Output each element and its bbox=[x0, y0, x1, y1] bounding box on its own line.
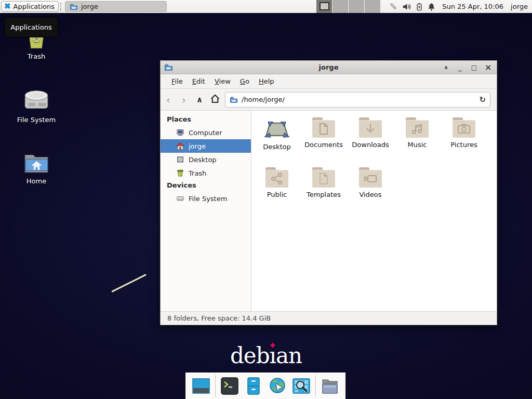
applications-menu-label: Applications bbox=[14, 3, 55, 10]
file-item-desktop[interactable]: Desktop bbox=[254, 115, 300, 165]
applications-tooltip: Applications bbox=[4, 17, 58, 37]
stylus-tool-icon[interactable] bbox=[389, 2, 398, 11]
file-item-label: Templates bbox=[307, 191, 341, 198]
file-item-documents[interactable]: Documents bbox=[300, 115, 347, 165]
close-button[interactable]: × bbox=[485, 61, 491, 74]
folder-icon bbox=[405, 117, 429, 138]
devices-header: Devices bbox=[161, 180, 251, 192]
folder-icon bbox=[358, 167, 382, 188]
folder-launcher[interactable] bbox=[320, 376, 340, 396]
computer-icon bbox=[176, 128, 184, 137]
folder-icon bbox=[321, 377, 339, 395]
folder-icon bbox=[358, 117, 382, 138]
sidebar-item-label: Desktop bbox=[189, 156, 217, 164]
file-cabinet-launcher[interactable] bbox=[244, 376, 263, 396]
stray-line-artifact bbox=[111, 274, 147, 292]
desktop-icon-label: Trash bbox=[28, 52, 45, 60]
location-bar[interactable]: /home/jorge/ ↻ bbox=[225, 92, 490, 108]
home-button[interactable] bbox=[207, 94, 223, 106]
hard-drive-icon bbox=[22, 87, 50, 113]
desktop-icon-label: Home bbox=[26, 177, 46, 185]
status-text: 8 folders, Free space: 14.4 GiB bbox=[167, 314, 271, 322]
desktop-icon-home[interactable]: Home bbox=[8, 150, 65, 185]
panel-handle[interactable] bbox=[60, 3, 63, 11]
panel-username[interactable]: jorge bbox=[511, 3, 528, 10]
dock-separator bbox=[215, 375, 216, 397]
tooltip-text: Applications bbox=[10, 23, 51, 31]
shade-button[interactable]: ∧ bbox=[443, 61, 449, 74]
file-item-public[interactable]: Public bbox=[254, 165, 300, 215]
file-item-music[interactable]: Music bbox=[394, 115, 441, 165]
window-content: Places Computer bbox=[161, 111, 497, 311]
debian-logo: debıan bbox=[0, 343, 532, 368]
statusbar: 8 folders, Free space: 14.4 GiB bbox=[161, 311, 497, 325]
menu-view[interactable]: View bbox=[210, 74, 235, 89]
menu-file[interactable]: File bbox=[167, 74, 188, 89]
battery-icon[interactable] bbox=[415, 2, 423, 11]
forward-button[interactable]: › bbox=[176, 94, 192, 105]
sidebar-item-label: Computer bbox=[189, 129, 222, 137]
folder-icon bbox=[70, 3, 78, 11]
reload-button[interactable]: ↻ bbox=[479, 95, 486, 104]
sidebar-item-label: File System bbox=[189, 195, 227, 203]
sidebar: Places Computer bbox=[161, 111, 251, 311]
up-button[interactable]: ∧ bbox=[192, 95, 207, 104]
file-item-label: Documents bbox=[304, 141, 343, 149]
file-item-pictures[interactable]: Pictures bbox=[441, 115, 487, 165]
brand-text: deb bbox=[230, 343, 270, 368]
path-input[interactable]: /home/jorge/ bbox=[242, 96, 479, 103]
file-item-label: Downloads bbox=[352, 141, 389, 149]
show-desktop-icon bbox=[192, 377, 210, 395]
workspace-switcher[interactable] bbox=[316, 0, 381, 13]
sidebar-item-trash[interactable]: Trash bbox=[161, 166, 251, 180]
sidebar-item-desktop[interactable]: Desktop bbox=[161, 153, 251, 166]
menu-help[interactable]: Help bbox=[254, 74, 279, 89]
top-panel: ✖ Applications jorge bbox=[0, 0, 532, 13]
app-finder-icon bbox=[292, 377, 311, 395]
minimize-button[interactable]: _ bbox=[457, 61, 463, 74]
workspace-4[interactable] bbox=[365, 0, 381, 13]
window-titlebar[interactable]: jorge ∧ _ □ × bbox=[161, 61, 497, 74]
brand-text: an bbox=[276, 343, 302, 368]
application-finder-launcher[interactable] bbox=[291, 376, 311, 396]
clock[interactable]: Sun 25 Apr, 10:06 bbox=[442, 3, 503, 10]
workspace-window-thumb bbox=[320, 2, 329, 10]
home-icon bbox=[176, 142, 184, 150]
menu-edit[interactable]: Edit bbox=[188, 74, 210, 89]
folder-icon bbox=[312, 167, 336, 188]
volume-icon[interactable] bbox=[402, 2, 411, 11]
taskbar-window-button[interactable]: jorge bbox=[65, 1, 167, 12]
file-item-label: Desktop bbox=[263, 143, 291, 151]
notifications-bell-icon[interactable] bbox=[427, 2, 436, 11]
menu-go[interactable]: Go bbox=[235, 74, 254, 89]
menubar: File Edit View Go Help bbox=[161, 74, 497, 89]
back-button[interactable]: ‹ bbox=[161, 94, 176, 105]
file-item-downloads[interactable]: Downloads bbox=[347, 115, 394, 165]
workspace-3[interactable] bbox=[349, 0, 365, 13]
desktop-trapezoid-icon bbox=[262, 119, 291, 140]
folder-icon bbox=[312, 117, 336, 138]
file-item-videos[interactable]: Videos bbox=[347, 165, 394, 215]
workspace-2[interactable] bbox=[332, 0, 349, 13]
document-emblem-icon bbox=[318, 123, 329, 135]
workspace-1[interactable] bbox=[316, 0, 332, 13]
applications-menu-button[interactable]: ✖ Applications bbox=[1, 1, 59, 12]
sidebar-item-jorge[interactable]: jorge bbox=[161, 139, 251, 153]
places-header: Places bbox=[161, 114, 251, 126]
sidebar-item-computer[interactable]: Computer bbox=[161, 126, 251, 139]
file-item-templates[interactable]: Templates bbox=[300, 165, 347, 215]
terminal-launcher[interactable] bbox=[220, 376, 240, 396]
maximize-button[interactable]: □ bbox=[471, 61, 477, 74]
desktop-icon-file-system[interactable]: File System bbox=[8, 87, 65, 124]
video-camera-emblem-icon bbox=[364, 173, 377, 184]
folder-icon bbox=[452, 117, 476, 138]
trash-icon bbox=[176, 169, 184, 177]
home-folder-icon bbox=[22, 150, 50, 175]
show-desktop-button[interactable] bbox=[191, 376, 211, 396]
window-folder-icon bbox=[164, 63, 173, 72]
sidebar-item-file-system[interactable]: File System bbox=[161, 192, 251, 205]
home-icon bbox=[210, 94, 220, 104]
web-browser-launcher[interactable] bbox=[268, 376, 287, 396]
file-cabinet-icon bbox=[244, 377, 263, 395]
file-item-label: Music bbox=[408, 141, 427, 149]
